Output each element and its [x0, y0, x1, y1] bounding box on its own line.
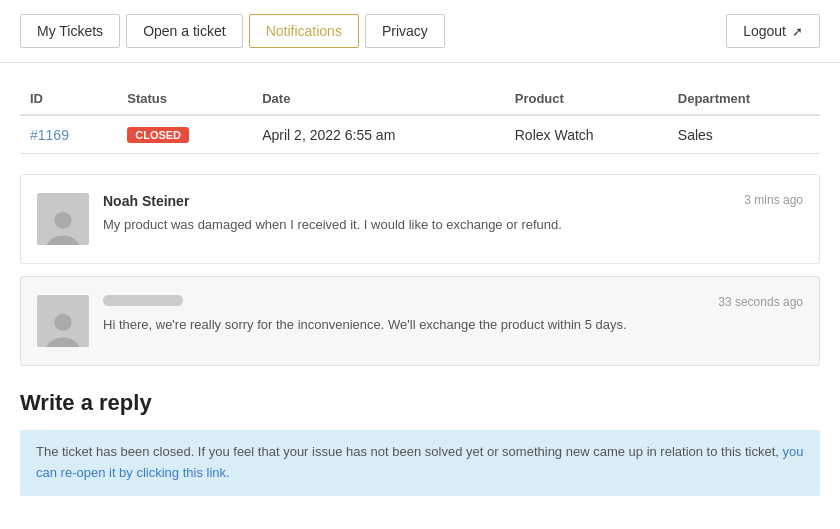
logout-icon: ➚	[792, 24, 803, 39]
ticket-product: Rolex Watch	[505, 115, 668, 154]
comment-author-user: Noah Steiner	[103, 193, 189, 209]
comment-header-admin: 33 seconds ago	[103, 295, 803, 309]
comment-admin: 33 seconds ago Hi there, we're really so…	[20, 276, 820, 366]
avatar-admin	[37, 295, 89, 347]
comment-author-admin	[103, 295, 183, 306]
tab-notifications[interactable]: Notifications	[249, 14, 359, 48]
tab-privacy[interactable]: Privacy	[365, 14, 445, 48]
comment-body-admin: 33 seconds ago Hi there, we're really so…	[103, 295, 803, 347]
logout-button[interactable]: Logout ➚	[726, 14, 820, 48]
svg-point-1	[46, 236, 80, 246]
svg-point-3	[46, 338, 80, 348]
table-row: #1169 Closed April 2, 2022 6:55 am Rolex…	[20, 115, 820, 154]
write-reply-heading: Write a reply	[20, 390, 820, 416]
col-date: Date	[252, 83, 505, 115]
avatar-user	[37, 193, 89, 245]
svg-point-2	[54, 314, 71, 331]
logout-label: Logout	[743, 23, 786, 39]
comment-user: Noah Steiner 3 mins ago My product was d…	[20, 174, 820, 264]
closed-notice: The ticket has been closed. If you feel …	[20, 430, 820, 496]
comment-text-admin: Hi there, we're really sorry for the inc…	[103, 315, 803, 335]
tab-my-tickets[interactable]: My Tickets	[20, 14, 120, 48]
closed-notice-text: The ticket has been closed. If you feel …	[36, 444, 779, 459]
comment-body-user: Noah Steiner 3 mins ago My product was d…	[103, 193, 803, 245]
tab-open-ticket[interactable]: Open a ticket	[126, 14, 243, 48]
col-department: Department	[668, 83, 820, 115]
col-id: ID	[20, 83, 117, 115]
comments-section: Noah Steiner 3 mins ago My product was d…	[20, 174, 820, 366]
ticket-date: April 2, 2022 6:55 am	[252, 115, 505, 154]
top-nav: My Tickets Open a ticket Notifications P…	[0, 0, 840, 63]
comment-header-user: Noah Steiner 3 mins ago	[103, 193, 803, 209]
comment-time-admin: 33 seconds ago	[718, 295, 803, 309]
comment-time-user: 3 mins ago	[744, 193, 803, 207]
svg-point-0	[54, 212, 71, 229]
comment-text-user: My product was damaged when I received i…	[103, 215, 803, 235]
main-content: ID Status Date Product Department #1169 …	[0, 63, 840, 516]
col-status: Status	[117, 83, 252, 115]
write-reply-section: Write a reply The ticket has been closed…	[20, 390, 820, 496]
nav-tabs: My Tickets Open a ticket Notifications P…	[20, 14, 445, 48]
ticket-id[interactable]: #1169	[30, 127, 69, 143]
ticket-department: Sales	[668, 115, 820, 154]
col-product: Product	[505, 83, 668, 115]
ticket-table: ID Status Date Product Department #1169 …	[20, 83, 820, 154]
status-badge: Closed	[127, 127, 189, 143]
